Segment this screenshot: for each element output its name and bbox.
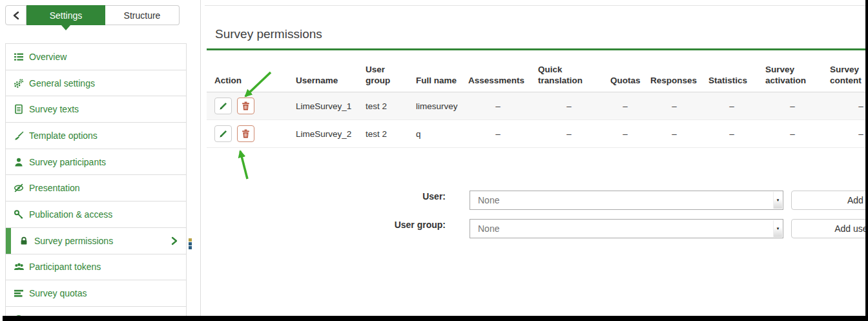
user-select[interactable]: None ▾ xyxy=(470,191,783,210)
brush-icon xyxy=(13,130,25,141)
col-statistics: Statistics xyxy=(701,64,758,92)
col-responses: Responses xyxy=(643,64,701,92)
survey-permissions-table: Action Username User group Full name Ass… xyxy=(207,64,868,148)
username-cell: LimeSurvey_1 xyxy=(288,92,358,120)
col-quick-translation: Quick translation xyxy=(530,64,603,92)
table-row: LimeSurvey_1 test 2 limesurvey – – – – –… xyxy=(207,92,868,120)
col-username: Username xyxy=(288,64,358,92)
sidebar-item-label: Template options xyxy=(29,130,98,141)
user-group-cell: test 2 xyxy=(358,92,408,120)
top-separator xyxy=(205,5,868,6)
full-name-cell: limesurvey xyxy=(408,92,460,120)
eye-slash-icon xyxy=(13,183,25,193)
sidebar-item-survey-permissions[interactable]: Survey permissions xyxy=(6,228,186,254)
user-group-select-value: None xyxy=(478,223,499,234)
username-cell: LimeSurvey_2 xyxy=(288,120,358,148)
sidebar-item-survey-quotas[interactable]: Survey quotas xyxy=(6,280,186,307)
perm-cell: – xyxy=(822,120,868,148)
sidebar-item-label: Survey texts xyxy=(29,104,79,114)
sidebar-item-label: Survey participants xyxy=(29,157,106,167)
add-user-button[interactable]: Add user xyxy=(791,191,868,210)
add-user-group-button[interactable]: Add user group xyxy=(791,219,868,238)
col-user-group: User group xyxy=(358,64,408,92)
perm-cell: – xyxy=(530,120,603,148)
arrow-to-delete-row2 xyxy=(240,151,247,179)
file-icon xyxy=(13,104,25,114)
perm-cell: – xyxy=(701,120,758,148)
edit-permissions-button[interactable] xyxy=(214,98,232,114)
table-row: LimeSurvey_2 test 2 q – – – – – – – xyxy=(207,120,868,148)
tab-settings-label: Settings xyxy=(50,10,83,21)
user-group-label: User group: xyxy=(362,220,446,230)
active-tab-pointer xyxy=(61,25,70,30)
bars-icon xyxy=(13,288,25,298)
sidebar-item-participant-tokens[interactable]: Participant tokens xyxy=(6,254,186,281)
sidebar-item-template-options[interactable]: Template options xyxy=(6,123,186,149)
tab-settings[interactable]: Settings xyxy=(26,5,105,25)
perm-cell: – xyxy=(460,120,530,148)
sidebar-item-publication-access[interactable]: Publication & access xyxy=(6,202,186,228)
trash-icon xyxy=(242,101,250,110)
screen-edge-bottom xyxy=(3,316,868,321)
tab-structure-label: Structure xyxy=(124,10,161,21)
perm-cell: – xyxy=(530,92,603,120)
perm-cell: – xyxy=(603,92,643,120)
user-group-select[interactable]: None ▾ xyxy=(470,219,783,238)
gears-icon xyxy=(13,78,25,88)
trash-icon xyxy=(242,129,250,138)
sidebar-item-label: Publication & access xyxy=(29,209,112,220)
pencil-icon xyxy=(219,101,228,110)
perm-cell: – xyxy=(822,92,868,120)
sidebar-item-label: Participant tokens xyxy=(29,262,101,272)
pencil-icon xyxy=(219,129,228,138)
chevron-right-icon xyxy=(170,236,178,245)
screen-edge-right xyxy=(865,0,868,321)
table-header-row: Action Username User group Full name Ass… xyxy=(207,64,868,92)
page-title: Survey permissions xyxy=(215,27,322,41)
perm-cell: – xyxy=(643,120,701,148)
sidebar-item-survey-participants[interactable]: Survey participants xyxy=(6,149,186,176)
sidebar-item-label: General settings xyxy=(29,78,95,88)
col-assessments: Assessments xyxy=(460,64,530,92)
dropdown-arrow-icon: ▾ xyxy=(773,192,782,209)
sidebar-item-overview[interactable]: Overview xyxy=(6,44,186,70)
edit-permissions-button[interactable] xyxy=(214,125,232,142)
sidebar-item-label: Survey permissions xyxy=(34,236,113,246)
col-quotas: Quotas xyxy=(603,64,643,92)
tab-structure[interactable]: Structure xyxy=(105,5,180,25)
sidebar-item-survey-texts[interactable]: Survey texts xyxy=(6,96,186,123)
perm-cell: – xyxy=(460,92,530,120)
sidebar-item-presentation[interactable]: Presentation xyxy=(6,175,186,202)
col-survey-activation: Survey activation xyxy=(758,64,822,92)
users-icon xyxy=(13,262,25,272)
sidebar-resize-grip[interactable] xyxy=(189,238,192,249)
lock-icon xyxy=(18,236,30,246)
col-action: Action xyxy=(207,64,288,92)
perm-cell: – xyxy=(603,120,643,148)
col-survey-content: Survey content xyxy=(822,64,868,92)
chevron-left-icon xyxy=(12,10,20,21)
list-icon xyxy=(13,52,25,62)
user-select-value: None xyxy=(478,195,499,205)
col-full-name: Full name xyxy=(408,64,460,92)
sidebar-item-label: Overview xyxy=(29,52,67,62)
perm-cell: – xyxy=(643,92,701,120)
sidebar-item-label: Presentation xyxy=(29,183,80,193)
back-button[interactable] xyxy=(5,5,26,25)
action-cell xyxy=(207,120,288,148)
full-name-cell: q xyxy=(408,120,460,148)
user-group-cell: test 2 xyxy=(358,120,408,148)
user-label: User: xyxy=(362,191,446,202)
sidebar-item-general-settings[interactable]: General settings xyxy=(6,70,186,97)
delete-permissions-button[interactable] xyxy=(237,98,254,114)
sidebar-item-label: Survey quotas xyxy=(29,288,87,298)
title-underline xyxy=(207,48,865,50)
user-icon xyxy=(13,157,25,167)
perm-cell: – xyxy=(758,120,822,148)
action-cell xyxy=(207,92,288,120)
settings-sidebar: Overview General settings Survey texts T… xyxy=(5,43,187,321)
delete-permissions-button[interactable] xyxy=(237,125,254,142)
dropdown-arrow-icon: ▾ xyxy=(773,220,782,237)
panel-divider xyxy=(200,0,201,316)
key-icon xyxy=(13,209,25,220)
